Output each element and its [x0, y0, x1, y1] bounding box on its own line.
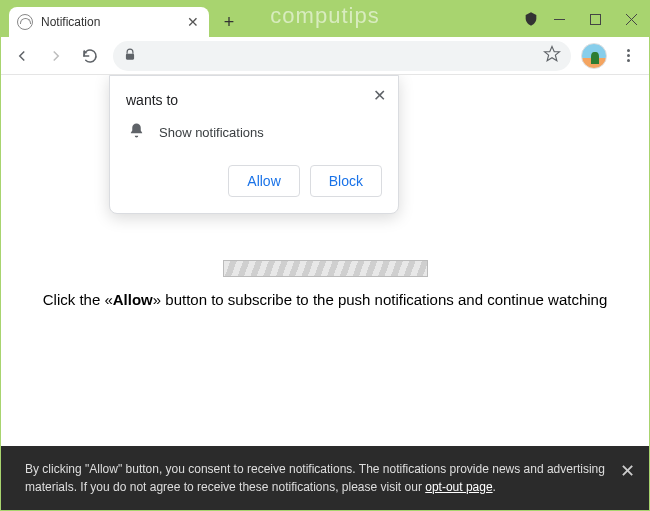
opt-out-link[interactable]: opt-out page: [425, 480, 492, 494]
close-window-button[interactable]: [613, 1, 649, 37]
menu-button[interactable]: [613, 41, 643, 71]
toolbar: [1, 37, 649, 75]
permission-close-button[interactable]: ✕: [373, 86, 386, 105]
instruction-suffix: » button to subscribe to the push notifi…: [153, 291, 607, 308]
permission-popup: ✕ wants to Show notifications Allow Bloc…: [109, 75, 399, 214]
maximize-button[interactable]: [577, 1, 613, 37]
close-tab-button[interactable]: ✕: [185, 14, 201, 30]
permission-title: wants to: [126, 92, 382, 108]
profile-avatar[interactable]: [581, 43, 607, 69]
new-tab-button[interactable]: +: [215, 8, 243, 36]
lock-icon[interactable]: [123, 48, 139, 64]
kebab-icon: [627, 49, 630, 62]
svg-rect-1: [590, 14, 600, 24]
watermark: computips: [270, 3, 379, 29]
tab-title: Notification: [41, 15, 185, 29]
permission-text: Show notifications: [159, 125, 264, 140]
permission-row: Show notifications: [126, 122, 382, 143]
back-button[interactable]: [7, 41, 37, 71]
consent-footer: ✕ By clicking "Allow" button, you consen…: [1, 446, 649, 510]
instruction-text: Click the «Allow» button to subscribe to…: [1, 291, 649, 308]
url-input[interactable]: [147, 48, 543, 63]
globe-icon: [17, 14, 33, 30]
footer-close-button[interactable]: ✕: [620, 458, 635, 485]
bookmark-star-icon[interactable]: [543, 45, 561, 67]
allow-button[interactable]: Allow: [228, 165, 299, 197]
browser-window: computips Notification ✕ +: [0, 0, 650, 511]
titlebar: computips Notification ✕ +: [1, 1, 649, 37]
footer-text-end: .: [493, 480, 496, 494]
minimize-button[interactable]: [541, 1, 577, 37]
window-controls: [541, 1, 649, 37]
reload-button[interactable]: [75, 41, 105, 71]
page-content: ✕ wants to Show notifications Allow Bloc…: [1, 75, 649, 510]
block-button[interactable]: Block: [310, 165, 382, 197]
browser-tab[interactable]: Notification ✕: [9, 7, 209, 37]
instruction-prefix: Click the «: [43, 291, 113, 308]
instruction-bold: Allow: [113, 291, 153, 308]
page-body: Click the «Allow» button to subscribe to…: [1, 260, 649, 308]
svg-marker-5: [545, 46, 560, 60]
permission-actions: Allow Block: [126, 165, 382, 197]
progress-bar: [223, 260, 428, 277]
forward-button[interactable]: [41, 41, 71, 71]
shield-icon[interactable]: [523, 11, 539, 27]
footer-text: By clicking "Allow" button, you consent …: [25, 462, 605, 494]
address-bar[interactable]: [113, 41, 571, 71]
svg-rect-4: [126, 53, 134, 59]
bell-icon: [128, 122, 145, 143]
